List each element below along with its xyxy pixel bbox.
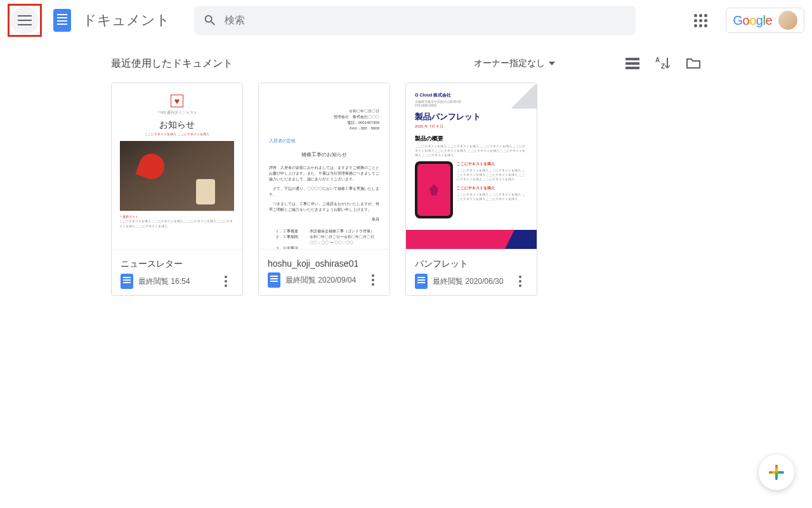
sort-button[interactable]: AZ	[655, 56, 671, 71]
thumb-recipient: 入居者の皆様	[269, 138, 379, 145]
thumb-small-label: ＊NS 週刊ダイジェスト	[112, 110, 242, 116]
menu-highlight-box	[8, 4, 42, 37]
thumb-body-text: ここにテキストを挿入 ここにテキストを挿入 ここにテキストを挿入 ここにテキスト…	[112, 218, 242, 229]
thumb-overview-label: 製品の概要	[415, 135, 528, 143]
document-grid: ♥ ＊NS 週刊ダイジェスト お知らせ ここにテキストを挿入 ここにテキストを挿…	[0, 80, 812, 298]
thumb-list-item: １．工事概要 本設備保全補修工事（ゴンドラ作業）	[275, 229, 379, 234]
document-card[interactable]: 令和〇年〇月〇日 管理会社 株式会社〇〇〇 電話：0001457399 FAX：…	[258, 83, 390, 296]
thumb-body: ここにテキストを挿入 ここにテキストを挿入 ここにテキストを挿入 ここにテキスト…	[415, 144, 528, 157]
plus-icon	[769, 465, 784, 480]
document-more-button[interactable]	[218, 274, 233, 289]
card-meta: ニュースレター 最終閲覧 16:54	[112, 250, 242, 295]
hamburger-icon	[18, 15, 32, 25]
heart-icon: ♥	[171, 95, 183, 107]
thumb-side-heading: ここにテキストを挿入	[457, 185, 528, 191]
docs-app-icon	[53, 9, 71, 32]
more-vert-icon	[225, 276, 227, 287]
document-title: hoshu_koji_oshirase01	[268, 258, 381, 269]
document-more-button[interactable]	[365, 272, 381, 288]
section-title: 最近使用したドキュメント	[111, 57, 233, 70]
document-subtitle: 最終閲覧 2020/09/04	[285, 275, 360, 286]
avatar[interactable]	[778, 11, 797, 30]
document-title: パンフレット	[415, 258, 528, 270]
document-subtitle: 最終閲覧 16:54	[138, 276, 213, 287]
thumb-phone-mockup	[415, 161, 453, 218]
svg-text:A: A	[655, 57, 660, 64]
document-card[interactable]: ♥ ＊NS 週刊ダイジェスト お知らせ ここにテキストを挿入 ここにテキストを挿…	[111, 83, 243, 296]
card-meta: hoshu_koji_oshirase01 最終閲覧 2020/09/04	[259, 250, 390, 294]
thumb-corner-fold	[511, 83, 537, 109]
docs-file-icon	[268, 272, 280, 288]
thumb-caption: ここにテキストを挿入 ここにテキストを挿入	[112, 132, 242, 136]
thumb-right-block: 令和〇年〇月〇日 管理会社 株式会社〇〇〇 電話：0001457399 FAX：…	[269, 109, 379, 131]
svg-text:Z: Z	[661, 63, 665, 70]
document-thumbnail: ♥ ＊NS 週刊ダイジェスト お知らせ ここにテキストを挿入 ここにテキストを挿…	[112, 83, 242, 250]
document-title: ニュースレター	[121, 258, 233, 270]
card-meta: パンフレット 最終閲覧 2020/06/30	[406, 250, 537, 295]
google-apps-button[interactable]	[688, 8, 713, 33]
sort-az-icon: AZ	[655, 57, 671, 70]
thumb-hero-image	[120, 141, 234, 211]
thumb-heading: 製品パンフレット	[415, 111, 528, 123]
list-view-button[interactable]	[625, 56, 640, 71]
docs-file-icon	[121, 274, 133, 289]
document-subtitle: 最終閲覧 2020/06/30	[433, 276, 508, 287]
list-icon	[625, 58, 639, 69]
thumb-center-title: 補修工事のお知らせ	[269, 151, 379, 159]
owner-filter-dropdown[interactable]: オーナー指定なし	[474, 58, 555, 69]
thumb-headline: お知らせ	[112, 119, 242, 131]
google-logo: Google	[733, 13, 772, 28]
header: ドキュメント Google	[0, 0, 812, 41]
thumb-list-item: ２．工事期間 令和〇年〇月〇日〜令和〇年〇月〇日 〇〇：〇〇 〜 〇〇：〇〇	[275, 234, 379, 246]
more-vert-icon	[519, 276, 521, 287]
thumb-side-text: ここにテキストを挿入 ここにテキストを挿入 ここにテキストを挿入 ここにテキスト…	[457, 168, 528, 182]
new-document-fab[interactable]	[759, 455, 794, 490]
thumb-para: 拝啓 入居者の皆様におかれましては、ますますご健勝のこととお慶び申し上げます。ま…	[269, 165, 379, 182]
document-more-button[interactable]	[513, 274, 528, 289]
thumb-list-item: ３．注意事項 １．工事期間中は担当者が立ち入ります。 窓等が開放する場合がありま…	[275, 246, 379, 250]
view-toolbar: AZ	[625, 56, 701, 71]
folder-icon	[686, 58, 700, 69]
apps-grid-icon	[694, 14, 707, 27]
thumb-footer-bar	[406, 230, 537, 249]
thumb-footer-label: ＊最新ポスト	[112, 211, 242, 218]
thumb-para: さて、下記の通り、〇〇〇〇において補修工事を実施いたします。	[269, 186, 379, 197]
open-file-picker-button[interactable]	[686, 56, 701, 71]
dropdown-arrow-icon	[549, 62, 555, 65]
thumb-closing: 敬具	[269, 217, 379, 222]
section-header: 最近使用したドキュメント オーナー指定なし AZ	[0, 41, 812, 80]
search-icon	[203, 13, 217, 27]
search-input[interactable]	[225, 15, 627, 26]
docs-file-icon	[415, 274, 428, 289]
app-title: ドキュメント	[82, 11, 170, 30]
thumb-side-text: ここにテキストを挿入 ここにテキストを挿入 ここにテキストを挿入 ここにテキスト…	[457, 192, 528, 201]
search-bar[interactable]	[194, 6, 636, 35]
document-thumbnail: 令和〇年〇月〇日 管理会社 株式会社〇〇〇 電話：0001457399 FAX：…	[259, 83, 390, 250]
main-menu-button[interactable]	[11, 6, 39, 34]
thumb-para: つきましては、工事に伴い、ご迷惑をおかけいたしますが、何卒ご理解とご協力をいただ…	[269, 201, 379, 213]
more-vert-icon	[372, 274, 374, 286]
thumb-side-heading: ここにテキストを挿入	[457, 161, 528, 167]
document-thumbnail: G Cloud 株式会社 京都府京都市中京区中山町00-00 075-0000-…	[406, 83, 537, 250]
owner-filter-label: オーナー指定なし	[474, 58, 545, 69]
thumb-date: 2020 年 7月 4 日	[415, 124, 528, 130]
document-card[interactable]: G Cloud 株式会社 京都府京都市中京区中山町00-00 075-0000-…	[405, 83, 537, 296]
account-box[interactable]: Google	[726, 8, 804, 33]
